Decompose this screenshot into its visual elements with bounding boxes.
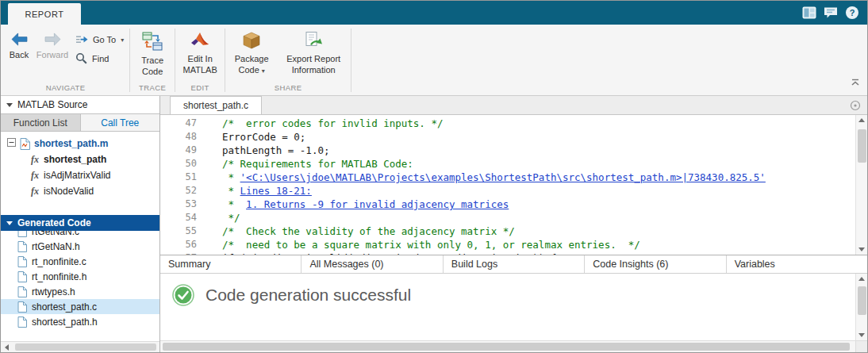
file-icon <box>17 301 27 313</box>
success-banner: Code generation successful <box>160 274 867 307</box>
back-button[interactable]: Back <box>2 25 36 83</box>
scrollbar-thumb[interactable] <box>858 286 866 315</box>
export-report-button[interactable]: Export Report Information <box>277 25 350 83</box>
scrollbar-thumb[interactable] <box>858 129 866 163</box>
collapse-triangle-icon <box>6 103 13 107</box>
package-code-button[interactable]: Package Code ▾ <box>226 25 277 83</box>
trace-code-icon <box>142 31 163 52</box>
editor-tab-shortest-path-c[interactable]: shortest_path.c <box>170 96 262 114</box>
file-icon <box>17 231 27 237</box>
edit-in-matlab-button[interactable]: Edit In MATLAB <box>176 25 224 83</box>
scroll-up-icon[interactable] <box>858 118 865 122</box>
file-name: rt_nonfinite.c <box>32 256 86 267</box>
file-icon <box>17 271 27 282</box>
code-token: /* need to be a square matrix with only … <box>222 239 640 251</box>
bottom-horizontal-scrollbar[interactable] <box>160 340 867 352</box>
sidebar-horizontal-scrollbar[interactable] <box>1 341 159 352</box>
package-code-label: Package Code ▾ <box>226 54 277 76</box>
code-line: 47/* error codes for invlid inputs. */ <box>160 117 855 130</box>
package-box-icon <box>242 31 261 50</box>
editor-vertical-scrollbar[interactable] <box>855 115 867 255</box>
function-item-isnodevalid[interactable]: fxisNodeValid <box>1 183 159 199</box>
expander-icon[interactable] <box>7 138 16 149</box>
chevron-down-icon: ▾ <box>121 36 124 44</box>
code-text: * '<C:\Users\jdoe\MATLAB\Projects\exampl… <box>208 171 766 184</box>
goto-icon <box>75 35 88 44</box>
find-button[interactable]: Find <box>75 52 124 64</box>
file-icon <box>17 317 27 328</box>
export-report-label: Export Report Information <box>277 54 350 76</box>
scroll-up-icon[interactable] <box>858 277 865 281</box>
code-trace-link[interactable]: 1. Returns -9 for invalid adjacency matr… <box>246 198 509 210</box>
code-view: 47/* error codes for invlid inputs. */48… <box>160 115 867 255</box>
code-trace-link[interactable]: Lines 18-21: <box>240 185 312 197</box>
code-line: 50/* Requirements for MATLAB Code: <box>160 157 855 171</box>
line-number: 56 <box>160 238 208 251</box>
code-trace-link[interactable]: '<C:\Users\jdoe\MATLAB\Projects\examples… <box>240 171 766 183</box>
sidebar-tab-call-tree[interactable]: Call Tree <box>80 114 160 131</box>
bottom-tab-variables[interactable]: Variables <box>727 255 867 273</box>
find-label: Find <box>92 54 109 63</box>
scrollbar-thumb[interactable] <box>15 343 156 351</box>
back-arrow-icon <box>11 33 28 46</box>
bottom-tabbar: SummaryAll Messages (0)Build LogsCode In… <box>160 255 867 274</box>
code-token: * <box>222 198 246 210</box>
bottom-tab-summary[interactable]: Summary <box>160 255 301 273</box>
file-item-rt-nonfinite-c[interactable]: rt_nonfinite.c <box>1 254 159 269</box>
forward-label: Forward <box>36 50 68 59</box>
file-icon <box>17 241 27 252</box>
function-item-shortest-path[interactable]: fxshortest_path <box>1 152 159 167</box>
line-number: 55 <box>160 224 208 238</box>
matlab-file-icon <box>20 138 30 150</box>
code-line: 52 * Lines 18-21: <box>160 184 855 198</box>
bottom-tab-all-messages-0[interactable]: All Messages (0) <box>301 255 443 273</box>
scroll-down-icon[interactable] <box>858 333 865 337</box>
bottom-tab-build-logs[interactable]: Build Logs <box>444 255 585 273</box>
help-icon[interactable]: ? <box>843 4 860 21</box>
edit-in-matlab-label: Edit In MATLAB <box>176 54 224 76</box>
sidebar-tab-function-list[interactable]: Function List <box>1 114 80 131</box>
scrollbar-thumb[interactable] <box>163 343 850 351</box>
function-item-isadjmatrixvalid[interactable]: fxisAdjMatrixValid <box>1 167 159 183</box>
matlab-source-header[interactable]: MATLAB Source <box>1 96 159 113</box>
function-list: fxshortest_pathfxisAdjMatrixValidfxisNod… <box>1 152 159 199</box>
tab-options-icon[interactable] <box>850 100 861 114</box>
file-item-rtwtypes-h[interactable]: rtwtypes.h <box>1 284 159 299</box>
goto-button[interactable]: Go To ▾ <box>75 35 124 44</box>
file-item-rt-nonfinite-h[interactable]: rt_nonfinite.h <box>1 269 159 284</box>
line-number: 48 <box>160 130 208 144</box>
collapse-toolstrip-icon[interactable] <box>851 75 860 90</box>
code-token: */ <box>222 212 240 224</box>
file-item-rtgetnan-c[interactable]: rtGetNaN.c <box>1 231 159 239</box>
generated-code-header[interactable]: Generated Code <box>1 215 159 231</box>
summary-vertical-scrollbar[interactable] <box>855 274 867 340</box>
code-line: 54 */ <box>160 211 855 224</box>
bottom-tab-code-insights-6[interactable]: Code Insights (6) <box>585 255 726 273</box>
code-line: 55/* Check the validity of the adjacency… <box>160 224 855 238</box>
feedback-icon[interactable] <box>822 4 839 21</box>
tab-report[interactable]: REPORT <box>8 3 81 25</box>
code-line: 53 * 1. Returns -9 for invalid adjacency… <box>160 198 855 211</box>
code-token: /* error codes for invlid inputs. */ <box>222 117 443 129</box>
scroll-down-icon[interactable] <box>858 247 865 251</box>
forward-button[interactable]: Forward <box>36 25 69 83</box>
matlab-source-label: MATLAB Source <box>17 99 87 110</box>
ribbon-separator <box>175 29 175 92</box>
section-label-edit: EDIT <box>176 83 224 95</box>
line-number: 54 <box>160 211 208 224</box>
file-item-shortest-path-c[interactable]: shortest_path.c <box>1 299 159 314</box>
search-icon <box>75 52 87 64</box>
code-text: * Lines 18-21: <box>208 184 312 198</box>
file-item-rtgetnan-h[interactable]: rtGetNaN.h <box>1 239 159 254</box>
trace-code-button[interactable]: Trace Code <box>131 25 174 83</box>
fx-icon: fx <box>31 186 39 198</box>
layout-grid-icon[interactable] <box>801 4 817 21</box>
editor-tabbar: shortest_path.c <box>160 96 867 115</box>
code-text: if (!isAdjMatrixValid(adjMatrix_data, ad… <box>208 251 556 255</box>
scroll-left-icon[interactable] <box>5 344 9 351</box>
file-item-shortest-path-h[interactable]: shortest_path.h <box>1 314 159 329</box>
titlebar: REPORT ? <box>1 1 867 25</box>
tree-root-item[interactable]: shortest_path.m <box>1 136 159 152</box>
function-name: shortest_path <box>44 154 106 165</box>
success-check-icon <box>171 283 195 307</box>
